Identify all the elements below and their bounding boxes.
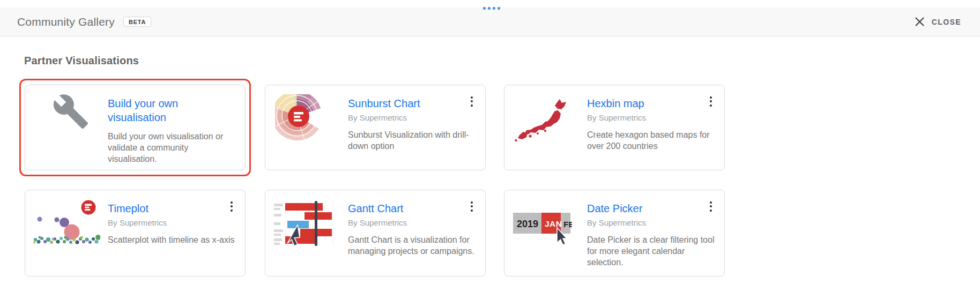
card-byline: By Supermetrics (348, 113, 480, 122)
supermetrics-badge-icon (81, 200, 96, 215)
supermetrics-badge-icon (288, 106, 309, 127)
gallery-header: Community Gallery BETA CLOSE (0, 8, 980, 36)
card-title[interactable]: Timeplot (108, 201, 240, 215)
beta-badge: BETA (123, 17, 151, 27)
wrench-icon (52, 93, 90, 130)
japan-map-thumbnail (514, 97, 571, 145)
card-byline: By Supermetrics (587, 218, 719, 227)
cursor-icon (287, 225, 300, 246)
community-gallery-dialog: Community Gallery BETA CLOSE Partner Vis… (0, 0, 980, 284)
card-menu-button[interactable] (226, 199, 237, 213)
card-description: Gantt Chart is a visualization for manag… (348, 234, 480, 257)
card-title[interactable]: Build your own visualisation (108, 96, 225, 124)
card-date-picker[interactable]: 2019 JAN FE Date Picker By Supermetrics … (504, 190, 725, 276)
card-description: Scatterplot with timeline as x-axis (108, 234, 240, 245)
card-title[interactable]: Hexbin map (587, 96, 719, 110)
card-build-your-own-visualisation[interactable]: Build your own visualisation Build your … (25, 85, 246, 170)
card-description: Sunburst Visualization with drill-down o… (348, 129, 480, 152)
year-label: 2019 (517, 219, 538, 229)
close-icon[interactable] (915, 17, 925, 27)
card-menu-button[interactable] (706, 199, 716, 213)
card-menu-button[interactable] (466, 199, 477, 213)
card-byline: By Supermetrics (587, 113, 719, 122)
card-byline: By Supermetrics (348, 218, 480, 227)
next-month-label: FE (563, 220, 572, 229)
card-gantt-chart[interactable]: Gantt Chart By Supermetrics Gantt Chart … (265, 190, 486, 276)
card-description: Date Picker is a clear filtering tool fo… (587, 234, 719, 268)
cursor-icon (557, 228, 567, 245)
dialog-title: Community Gallery (17, 16, 115, 28)
date-picker-thumbnail: 2019 JAN FE (513, 213, 572, 249)
selected-month-label: JAN (545, 219, 562, 228)
card-menu-button[interactable] (466, 94, 477, 108)
card-description: Build your own visualisation or validate… (108, 131, 225, 165)
close-label[interactable]: CLOSE (932, 18, 961, 26)
sunburst-chart-thumbnail (275, 94, 331, 154)
scatterplot-thumbnail (33, 200, 100, 246)
card-sunburst-chart[interactable]: Sunburst Chart By Supermetrics Sunburst … (265, 85, 486, 170)
gantt-chart-thumbnail (274, 201, 338, 247)
card-hexbin-map[interactable]: Hexbin map By Supermetrics Create hexago… (504, 85, 725, 170)
card-title[interactable]: Gantt Chart (348, 201, 480, 215)
card-byline: By Supermetrics (108, 218, 240, 227)
card-timeplot[interactable]: Timeplot By Supermetrics Scatterplot wit… (25, 190, 246, 276)
card-menu-button[interactable] (706, 94, 716, 108)
canvas-page-dots-icon (483, 7, 500, 10)
close-button[interactable]: CLOSE (915, 17, 961, 27)
card-description: Create hexagon based maps for over 200 c… (587, 129, 719, 152)
card-title[interactable]: Date Picker (587, 201, 719, 215)
section-title: Partner Visualisations (24, 55, 139, 67)
card-title[interactable]: Sunburst Chart (348, 96, 480, 110)
